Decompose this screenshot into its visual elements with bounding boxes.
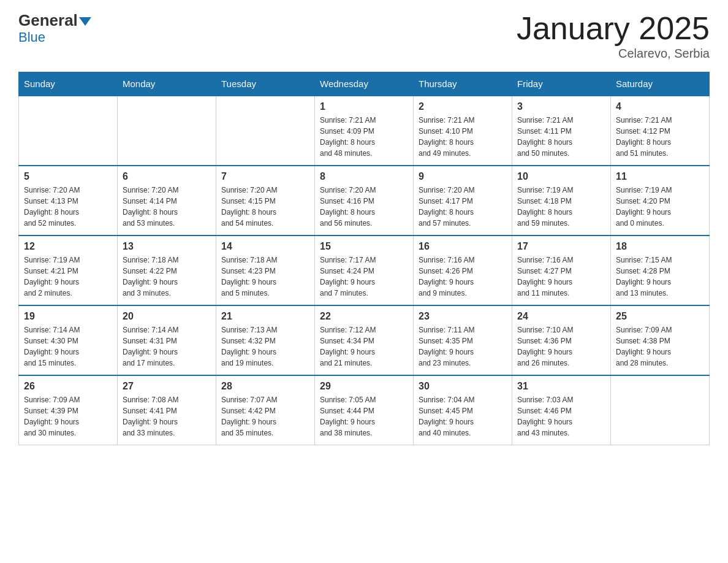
day-info: Sunrise: 7:08 AM Sunset: 4:41 PM Dayligh…	[123, 394, 211, 439]
day-number: 5	[24, 171, 112, 182]
week-row-1: 1Sunrise: 7:21 AM Sunset: 4:09 PM Daylig…	[19, 96, 710, 166]
day-number: 2	[419, 101, 507, 112]
weekday-header-wednesday: Wednesday	[315, 72, 414, 96]
calendar-cell: 21Sunrise: 7:13 AM Sunset: 4:32 PM Dayli…	[216, 305, 315, 375]
day-number: 7	[221, 171, 309, 182]
calendar-cell: 4Sunrise: 7:21 AM Sunset: 4:12 PM Daylig…	[611, 96, 710, 166]
day-info: Sunrise: 7:09 AM Sunset: 4:38 PM Dayligh…	[616, 324, 704, 369]
calendar-cell: 5Sunrise: 7:20 AM Sunset: 4:13 PM Daylig…	[19, 166, 118, 236]
weekday-header-row: SundayMondayTuesdayWednesdayThursdayFrid…	[19, 72, 710, 96]
calendar-cell: 16Sunrise: 7:16 AM Sunset: 4:26 PM Dayli…	[414, 236, 512, 305]
calendar-cell	[118, 96, 216, 166]
calendar-cell: 19Sunrise: 7:14 AM Sunset: 4:30 PM Dayli…	[19, 305, 118, 375]
day-number: 12	[24, 241, 112, 252]
calendar-cell	[611, 375, 710, 445]
page-header: General Blue January 2025 Celarevo, Serb…	[18, 12, 710, 61]
day-number: 28	[221, 381, 309, 392]
day-number: 29	[320, 381, 408, 392]
logo-blue-text: Blue	[18, 29, 45, 45]
day-number: 8	[320, 171, 408, 182]
day-number: 11	[616, 171, 704, 182]
calendar-cell: 17Sunrise: 7:16 AM Sunset: 4:27 PM Dayli…	[512, 236, 611, 305]
day-number: 13	[123, 241, 211, 252]
day-info: Sunrise: 7:21 AM Sunset: 4:12 PM Dayligh…	[616, 115, 704, 159]
day-number: 19	[24, 311, 112, 322]
calendar-cell: 20Sunrise: 7:14 AM Sunset: 4:31 PM Dayli…	[118, 305, 216, 375]
calendar-cell: 23Sunrise: 7:11 AM Sunset: 4:35 PM Dayli…	[414, 305, 512, 375]
location: Celarevo, Serbia	[517, 47, 710, 61]
calendar-cell: 8Sunrise: 7:20 AM Sunset: 4:16 PM Daylig…	[315, 166, 414, 236]
calendar-cell: 9Sunrise: 7:20 AM Sunset: 4:17 PM Daylig…	[414, 166, 512, 236]
calendar-table: SundayMondayTuesdayWednesdayThursdayFrid…	[18, 72, 710, 445]
day-number: 4	[616, 101, 704, 112]
day-info: Sunrise: 7:18 AM Sunset: 4:22 PM Dayligh…	[123, 255, 211, 299]
weekday-header-sunday: Sunday	[19, 72, 118, 96]
day-number: 26	[24, 381, 112, 392]
calendar-cell: 24Sunrise: 7:10 AM Sunset: 4:36 PM Dayli…	[512, 305, 611, 375]
day-number: 10	[517, 171, 605, 182]
day-info: Sunrise: 7:19 AM Sunset: 4:20 PM Dayligh…	[616, 185, 704, 229]
day-info: Sunrise: 7:04 AM Sunset: 4:45 PM Dayligh…	[419, 394, 507, 439]
day-number: 17	[517, 241, 605, 252]
weekday-header-saturday: Saturday	[611, 72, 710, 96]
day-number: 24	[517, 311, 605, 322]
day-number: 16	[419, 241, 507, 252]
day-number: 31	[517, 381, 605, 392]
day-number: 30	[419, 381, 507, 392]
day-info: Sunrise: 7:21 AM Sunset: 4:09 PM Dayligh…	[320, 115, 408, 159]
day-info: Sunrise: 7:19 AM Sunset: 4:18 PM Dayligh…	[517, 185, 605, 229]
day-number: 3	[517, 101, 605, 112]
week-row-3: 12Sunrise: 7:19 AM Sunset: 4:21 PM Dayli…	[19, 236, 710, 305]
day-info: Sunrise: 7:03 AM Sunset: 4:46 PM Dayligh…	[517, 394, 605, 439]
day-info: Sunrise: 7:05 AM Sunset: 4:44 PM Dayligh…	[320, 394, 408, 439]
day-info: Sunrise: 7:11 AM Sunset: 4:35 PM Dayligh…	[419, 324, 507, 369]
logo-arrow-icon	[79, 17, 91, 26]
day-info: Sunrise: 7:21 AM Sunset: 4:11 PM Dayligh…	[517, 115, 605, 159]
weekday-header-thursday: Thursday	[414, 72, 512, 96]
calendar-cell: 26Sunrise: 7:09 AM Sunset: 4:39 PM Dayli…	[19, 375, 118, 445]
day-info: Sunrise: 7:20 AM Sunset: 4:16 PM Dayligh…	[320, 185, 408, 229]
calendar-cell: 12Sunrise: 7:19 AM Sunset: 4:21 PM Dayli…	[19, 236, 118, 305]
calendar-header: SundayMondayTuesdayWednesdayThursdayFrid…	[19, 72, 710, 96]
calendar-cell: 1Sunrise: 7:21 AM Sunset: 4:09 PM Daylig…	[315, 96, 414, 166]
calendar-cell: 6Sunrise: 7:20 AM Sunset: 4:14 PM Daylig…	[118, 166, 216, 236]
calendar-body: 1Sunrise: 7:21 AM Sunset: 4:09 PM Daylig…	[19, 96, 710, 445]
calendar-cell: 22Sunrise: 7:12 AM Sunset: 4:34 PM Dayli…	[315, 305, 414, 375]
logo-general-text: General	[18, 12, 78, 28]
calendar-cell	[216, 96, 315, 166]
day-info: Sunrise: 7:15 AM Sunset: 4:28 PM Dayligh…	[616, 255, 704, 299]
calendar-cell: 7Sunrise: 7:20 AM Sunset: 4:15 PM Daylig…	[216, 166, 315, 236]
calendar-cell: 10Sunrise: 7:19 AM Sunset: 4:18 PM Dayli…	[512, 166, 611, 236]
day-info: Sunrise: 7:17 AM Sunset: 4:24 PM Dayligh…	[320, 255, 408, 299]
day-info: Sunrise: 7:20 AM Sunset: 4:13 PM Dayligh…	[24, 185, 112, 229]
day-info: Sunrise: 7:14 AM Sunset: 4:30 PM Dayligh…	[24, 324, 112, 369]
calendar-cell: 25Sunrise: 7:09 AM Sunset: 4:38 PM Dayli…	[611, 305, 710, 375]
day-number: 15	[320, 241, 408, 252]
weekday-header-friday: Friday	[512, 72, 611, 96]
calendar-cell: 15Sunrise: 7:17 AM Sunset: 4:24 PM Dayli…	[315, 236, 414, 305]
calendar-cell	[19, 96, 118, 166]
calendar-cell: 28Sunrise: 7:07 AM Sunset: 4:42 PM Dayli…	[216, 375, 315, 445]
calendar-cell: 2Sunrise: 7:21 AM Sunset: 4:10 PM Daylig…	[414, 96, 512, 166]
day-info: Sunrise: 7:20 AM Sunset: 4:17 PM Dayligh…	[419, 185, 507, 229]
day-info: Sunrise: 7:21 AM Sunset: 4:10 PM Dayligh…	[419, 115, 507, 159]
day-info: Sunrise: 7:14 AM Sunset: 4:31 PM Dayligh…	[123, 324, 211, 369]
calendar-cell: 30Sunrise: 7:04 AM Sunset: 4:45 PM Dayli…	[414, 375, 512, 445]
calendar-cell: 3Sunrise: 7:21 AM Sunset: 4:11 PM Daylig…	[512, 96, 611, 166]
calendar-cell: 11Sunrise: 7:19 AM Sunset: 4:20 PM Dayli…	[611, 166, 710, 236]
day-info: Sunrise: 7:09 AM Sunset: 4:39 PM Dayligh…	[24, 394, 112, 439]
week-row-2: 5Sunrise: 7:20 AM Sunset: 4:13 PM Daylig…	[19, 166, 710, 236]
day-number: 1	[320, 101, 408, 112]
month-title: January 2025	[517, 12, 710, 44]
weekday-header-tuesday: Tuesday	[216, 72, 315, 96]
day-number: 14	[221, 241, 309, 252]
day-info: Sunrise: 7:18 AM Sunset: 4:23 PM Dayligh…	[221, 255, 309, 299]
day-number: 21	[221, 311, 309, 322]
day-number: 22	[320, 311, 408, 322]
day-info: Sunrise: 7:10 AM Sunset: 4:36 PM Dayligh…	[517, 324, 605, 369]
day-number: 9	[419, 171, 507, 182]
day-info: Sunrise: 7:12 AM Sunset: 4:34 PM Dayligh…	[320, 324, 408, 369]
calendar-cell: 13Sunrise: 7:18 AM Sunset: 4:22 PM Dayli…	[118, 236, 216, 305]
week-row-4: 19Sunrise: 7:14 AM Sunset: 4:30 PM Dayli…	[19, 305, 710, 375]
day-number: 25	[616, 311, 704, 322]
